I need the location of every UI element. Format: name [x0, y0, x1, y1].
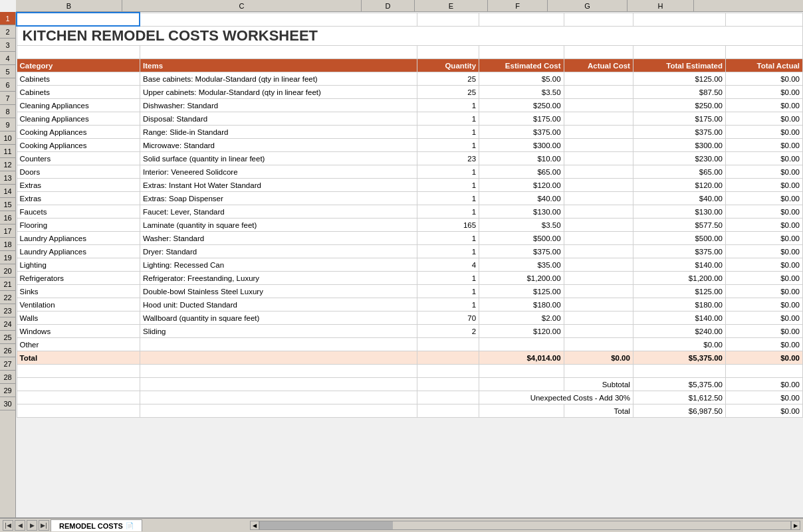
- cell-7g[interactable]: $250.00: [633, 99, 725, 112]
- cell-16d[interactable]: 165: [417, 219, 479, 232]
- cell-27c[interactable]: [140, 365, 417, 378]
- cell-5h[interactable]: $0.00: [726, 72, 803, 86]
- cell-21g[interactable]: $125.00: [633, 285, 725, 298]
- cell-6b[interactable]: Cabinets: [17, 86, 140, 99]
- cell-1e[interactable]: [479, 13, 564, 26]
- cell-3e[interactable]: [479, 46, 564, 59]
- cell-12e[interactable]: $65.00: [479, 165, 564, 179]
- cell-8g[interactable]: $175.00: [633, 112, 725, 126]
- cell-6c[interactable]: Upper cabinets: Modular-Standard (qty in…: [140, 86, 417, 99]
- cell-15b[interactable]: Faucets: [17, 205, 140, 219]
- cell-7d[interactable]: 1: [417, 99, 479, 112]
- cell-19e[interactable]: $35.00: [479, 258, 564, 272]
- cell-11g[interactable]: $230.00: [633, 152, 725, 165]
- cell-6d[interactable]: 25: [417, 86, 479, 99]
- cell-11f[interactable]: [564, 152, 633, 165]
- cell-3b[interactable]: [17, 46, 140, 59]
- cell-1g[interactable]: [633, 13, 725, 26]
- cell-11e[interactable]: $10.00: [479, 152, 564, 165]
- cell-23f[interactable]: [564, 311, 633, 325]
- cell-10h[interactable]: $0.00: [726, 139, 803, 152]
- cell-13g[interactable]: $120.00: [633, 179, 725, 192]
- cell-19c[interactable]: Lighting: Recessed Can: [140, 258, 417, 272]
- cell-17b[interactable]: Laundry Appliances: [17, 232, 140, 245]
- cell-17g[interactable]: $500.00: [633, 232, 725, 245]
- cell-23c[interactable]: Wallboard (quantity in square feet): [140, 311, 417, 325]
- cell-12h[interactable]: $0.00: [726, 165, 803, 179]
- cell-25c[interactable]: [140, 338, 417, 351]
- cell-11c[interactable]: Solid surface (quantity in linear feet): [140, 152, 417, 165]
- cell-27d[interactable]: [417, 365, 479, 378]
- sheet-tab-remodel-costs[interactable]: REMODEL COSTS 📄: [51, 519, 142, 531]
- scroll-right[interactable]: ▶: [791, 521, 800, 530]
- cell-16f[interactable]: [564, 219, 633, 232]
- cell-19h[interactable]: $0.00: [726, 258, 803, 272]
- cell-17c[interactable]: Washer: Standard: [140, 232, 417, 245]
- cell-27b[interactable]: [17, 365, 140, 378]
- cell-12b[interactable]: Doors: [17, 165, 140, 179]
- cell-5d[interactable]: 25: [417, 72, 479, 86]
- cell-18b[interactable]: Laundry Appliances: [17, 245, 140, 258]
- cell-18e[interactable]: $375.00: [479, 245, 564, 258]
- cell-13e[interactable]: $120.00: [479, 179, 564, 192]
- cell-14c[interactable]: Extras: Soap Dispenser: [140, 192, 417, 205]
- cell-25g[interactable]: $0.00: [633, 338, 725, 351]
- horizontal-scrollbar[interactable]: [259, 521, 791, 530]
- cell-5e[interactable]: $5.00: [479, 72, 564, 86]
- cell-17d[interactable]: 1: [417, 232, 479, 245]
- cell-5g[interactable]: $125.00: [633, 72, 725, 86]
- cell-21h[interactable]: $0.00: [726, 285, 803, 298]
- cell-19b[interactable]: Lighting: [17, 258, 140, 272]
- cell-15g[interactable]: $130.00: [633, 205, 725, 219]
- cell-12d[interactable]: 1: [417, 165, 479, 179]
- cell-25d[interactable]: [417, 338, 479, 351]
- cell-9b[interactable]: Cooking Appliances: [17, 126, 140, 139]
- cell-20d[interactable]: 1: [417, 272, 479, 285]
- cell-13h[interactable]: $0.00: [726, 179, 803, 192]
- cell-9h[interactable]: $0.00: [726, 126, 803, 139]
- cell-19g[interactable]: $140.00: [633, 258, 725, 272]
- cell-7f[interactable]: [564, 99, 633, 112]
- cell-23d[interactable]: 70: [417, 311, 479, 325]
- cell-15d[interactable]: 1: [417, 205, 479, 219]
- cell-1f[interactable]: [564, 13, 633, 26]
- cell-24e[interactable]: $120.00: [479, 325, 564, 338]
- cell-23g[interactable]: $140.00: [633, 311, 725, 325]
- cell-13c[interactable]: Extras: Instant Hot Water Standard: [140, 179, 417, 192]
- cell-19d[interactable]: 4: [417, 258, 479, 272]
- cell-6f[interactable]: [564, 86, 633, 99]
- cell-14d[interactable]: 1: [417, 192, 479, 205]
- cell-14e[interactable]: $40.00: [479, 192, 564, 205]
- cell-17f[interactable]: [564, 232, 633, 245]
- scrollbar-thumb[interactable]: [260, 521, 393, 529]
- cell-13b[interactable]: Extras: [17, 179, 140, 192]
- cell-1d[interactable]: [417, 13, 479, 26]
- cell-7c[interactable]: Dishwasher: Standard: [140, 99, 417, 112]
- cell-8f[interactable]: [564, 112, 633, 126]
- cell-9d[interactable]: 1: [417, 126, 479, 139]
- tab-nav-first[interactable]: |◀: [3, 520, 13, 531]
- cell-18c[interactable]: Dryer: Standard: [140, 245, 417, 258]
- cell-9f[interactable]: [564, 126, 633, 139]
- cell-27g[interactable]: [633, 365, 725, 378]
- cell-16c[interactable]: Laminate (quantity in square feet): [140, 219, 417, 232]
- cell-18h[interactable]: $0.00: [726, 245, 803, 258]
- cell-20h[interactable]: $0.00: [726, 272, 803, 285]
- cell-3g[interactable]: [633, 46, 725, 59]
- cell-7h[interactable]: $0.00: [726, 99, 803, 112]
- cell-23h[interactable]: $0.00: [726, 311, 803, 325]
- cell-22d[interactable]: 1: [417, 298, 479, 311]
- cell-12f[interactable]: [564, 165, 633, 179]
- cell-17h[interactable]: $0.00: [726, 232, 803, 245]
- cell-16b[interactable]: Flooring: [17, 219, 140, 232]
- cell-21b[interactable]: Sinks: [17, 285, 140, 298]
- cell-5f[interactable]: [564, 72, 633, 86]
- cell-5b[interactable]: Cabinets: [17, 72, 140, 86]
- cell-15h[interactable]: $0.00: [726, 205, 803, 219]
- cell-10c[interactable]: Microwave: Standard: [140, 139, 417, 152]
- cell-8b[interactable]: Cleaning Appliances: [17, 112, 140, 126]
- cell-25f[interactable]: [564, 338, 633, 351]
- cell-24d[interactable]: 2: [417, 325, 479, 338]
- tab-nav-prev[interactable]: ◀: [15, 520, 25, 531]
- cell-24c[interactable]: Sliding: [140, 325, 417, 338]
